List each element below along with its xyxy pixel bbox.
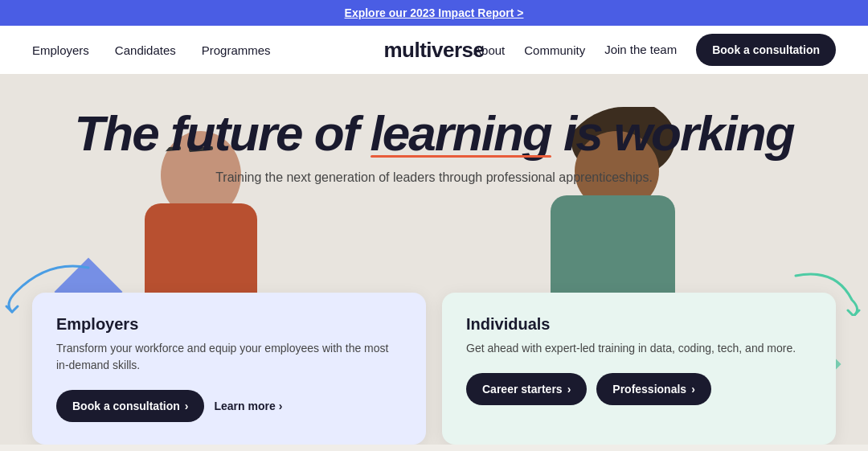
navbar: Employers Candidates Programmes multiver… bbox=[0, 26, 868, 74]
arrow-icon: › bbox=[567, 383, 571, 396]
site-logo[interactable]: multiverse bbox=[383, 38, 484, 62]
individuals-card: Individuals Get ahead with expert-led tr… bbox=[442, 293, 836, 445]
nav-cta-button[interactable]: Book a consultation bbox=[696, 34, 836, 66]
employers-learn-more-button[interactable]: Learn more › bbox=[214, 400, 282, 412]
individuals-card-title: Individuals bbox=[466, 315, 812, 334]
professionals-button[interactable]: Professionals › bbox=[596, 373, 711, 405]
logo-container: multiverse bbox=[383, 38, 484, 63]
hero-text: The future of learning is working Traini… bbox=[74, 74, 793, 185]
nav-employers[interactable]: Employers bbox=[32, 43, 89, 57]
individuals-card-actions: Career starters › Professionals › bbox=[466, 373, 812, 405]
nav-programmes[interactable]: Programmes bbox=[202, 43, 271, 57]
impact-report-link[interactable]: Explore our 2023 Impact Report > bbox=[345, 6, 524, 19]
arrow-icon: › bbox=[279, 400, 283, 412]
hero-section: The future of learning is working Traini… bbox=[0, 74, 868, 445]
employers-card-title: Employers bbox=[56, 315, 402, 334]
hero-subtitle: Training the next generation of leaders … bbox=[74, 170, 793, 185]
nav-join-team[interactable]: Join the team bbox=[604, 43, 677, 57]
career-starters-button[interactable]: Career starters › bbox=[466, 373, 587, 405]
top-banner: Explore our 2023 Impact Report > bbox=[0, 0, 868, 26]
nav-right: About Community Join the team Book a con… bbox=[473, 34, 836, 66]
arrow-icon: › bbox=[185, 400, 189, 412]
employers-card-description: Transform your workforce and equip your … bbox=[56, 340, 402, 374]
hero-title: The future of learning is working bbox=[74, 106, 793, 161]
hero-title-part2: is working bbox=[563, 105, 794, 161]
employers-book-consultation-button[interactable]: Book a consultation › bbox=[56, 390, 204, 422]
hero-title-highlight: learning bbox=[371, 106, 551, 161]
nav-community[interactable]: Community bbox=[524, 43, 585, 57]
individuals-card-description: Get ahead with expert-led training in da… bbox=[466, 340, 812, 357]
employers-card: Employers Transform your workforce and e… bbox=[32, 293, 426, 445]
nav-left: Employers Candidates Programmes bbox=[32, 43, 271, 57]
nav-candidates[interactable]: Candidates bbox=[115, 43, 176, 57]
hero-title-part1: The future of bbox=[74, 105, 358, 161]
employers-card-actions: Book a consultation › Learn more › bbox=[56, 390, 402, 422]
cards-row: Employers Transform your workforce and e… bbox=[32, 293, 836, 445]
arrow-icon: › bbox=[691, 383, 695, 396]
